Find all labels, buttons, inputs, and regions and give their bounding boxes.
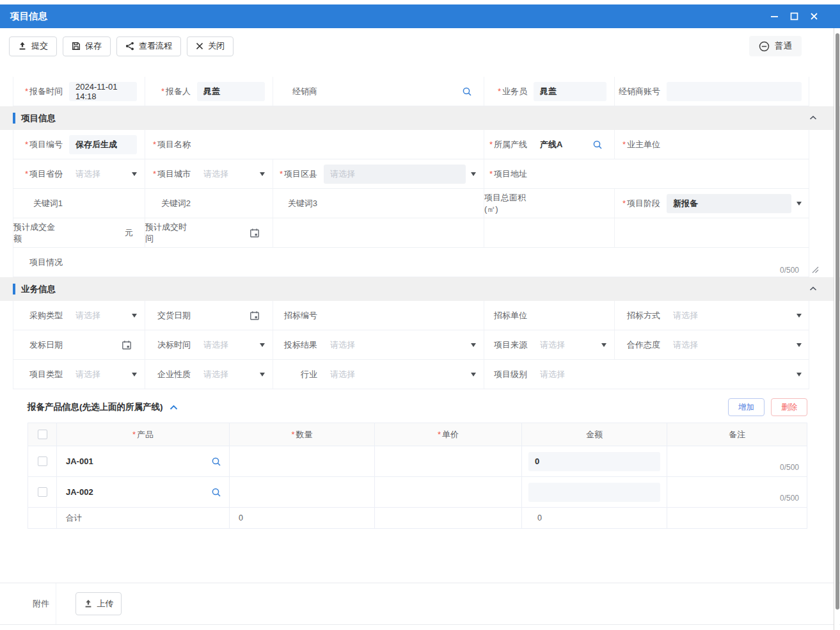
project-level-select[interactable]: 请选择 [534, 365, 802, 384]
note-field[interactable]: 0/500 [667, 446, 807, 477]
search-icon[interactable] [592, 140, 603, 150]
form-row-project-1: 项目编号 保存后生成 项目名称 所属产线 产线A 业主单位 [13, 130, 809, 159]
submit-button[interactable]: 提交 [9, 36, 57, 56]
maximize-icon[interactable] [790, 12, 798, 20]
delete-product-button[interactable]: 删除 [771, 398, 807, 416]
collapse-chevron-icon[interactable] [809, 115, 817, 120]
stage-select[interactable]: 新报备 [667, 194, 802, 213]
enterprise-nature-select[interactable]: 请选择 [197, 365, 265, 384]
calendar-icon[interactable] [122, 340, 132, 350]
col-qty: 数量 [230, 423, 375, 446]
bid-unit-field[interactable] [534, 306, 606, 325]
close-window-button[interactable]: 关闭 [187, 36, 234, 56]
product-row-2: JA-002 0/500 [28, 477, 807, 508]
expected-time-field[interactable] [197, 223, 265, 243]
district-label: 项目区县 [273, 159, 324, 188]
keyword3-field[interactable] [324, 194, 476, 213]
row-checkbox[interactable] [38, 456, 47, 466]
save-button[interactable]: 保存 [63, 36, 111, 56]
x-icon [196, 42, 203, 50]
situation-label: 项目情况 [13, 248, 69, 277]
collapse-chevron-icon[interactable] [809, 286, 817, 291]
spacer [273, 218, 324, 247]
award-time-label: 决标时间 [145, 330, 197, 359]
project-level-label: 项目级别 [484, 360, 534, 389]
cooperation-select[interactable]: 请选择 [667, 335, 802, 355]
keyword2-field[interactable] [197, 194, 265, 213]
resize-grip-icon[interactable] [811, 265, 819, 273]
project-name-field[interactable] [197, 135, 476, 154]
price-field[interactable] [375, 446, 522, 477]
project-source-select[interactable]: 请选择 [534, 335, 606, 355]
dropdown-caret-icon [796, 314, 802, 318]
qty-field[interactable] [230, 477, 375, 508]
form-row-project-3: 关键词1 关键词2 关键词3 项目总面积(㎡) 项目阶段 新报备 [13, 189, 809, 218]
project-type-label: 项目类型 [13, 360, 69, 389]
product-field[interactable]: JA-002 [57, 477, 230, 508]
owner-unit-field[interactable] [667, 135, 802, 154]
form-row-business-3: 项目类型 请选择 企业性质 请选择 行业 请选择 项目级别 请选择 [13, 360, 809, 389]
province-select[interactable]: 请选择 [69, 165, 137, 184]
empty-cell [667, 223, 802, 243]
bid-method-label: 招标方式 [614, 301, 667, 330]
section-business-info: 业务信息 [0, 277, 840, 301]
keyword1-field[interactable] [69, 194, 137, 213]
scrollbar-thumb[interactable] [836, 33, 839, 610]
empty-cell [324, 223, 476, 243]
qty-field[interactable] [230, 446, 375, 477]
product-line-field[interactable]: 产线A [534, 135, 606, 154]
upload-button[interactable]: 上传 [75, 592, 122, 615]
delivery-date-label: 交货日期 [145, 301, 197, 330]
address-field[interactable] [534, 165, 802, 184]
district-select[interactable]: 请选择 [324, 165, 476, 184]
product-field[interactable]: JA-001 [57, 446, 230, 477]
expected-time-label: 预计成交时间 [145, 218, 197, 247]
issue-date-field[interactable] [69, 335, 137, 355]
row-checkbox[interactable] [38, 487, 47, 497]
project-source-label: 项目来源 [484, 330, 534, 359]
search-icon[interactable] [462, 86, 472, 97]
bid-result-label: 投标结果 [273, 330, 324, 359]
purchase-type-select[interactable]: 请选择 [69, 306, 137, 325]
calendar-icon[interactable] [250, 228, 260, 238]
add-product-button[interactable]: 增加 [728, 398, 765, 416]
priority-mode-button[interactable]: 普通 [749, 36, 802, 56]
collapse-chevron-icon[interactable] [170, 405, 178, 410]
award-time-select[interactable]: 请选择 [197, 335, 265, 355]
close-icon[interactable] [810, 12, 818, 20]
bid-method-select[interactable]: 请选择 [667, 306, 802, 325]
products-section-header: 报备产品信息(先选上面的所属产线) 增加 删除 [28, 398, 807, 416]
total-label: 合计 [57, 508, 230, 529]
dealer-field[interactable] [324, 82, 476, 101]
expected-amount-field[interactable]: 元 [69, 223, 137, 243]
city-select[interactable]: 请选择 [197, 165, 265, 184]
situation-textarea[interactable]: 0/500 [69, 248, 802, 277]
dropdown-caret-icon [132, 172, 137, 176]
dealer-account-field[interactable] [667, 82, 802, 101]
dropdown-caret-icon [796, 343, 802, 347]
note-field[interactable]: 0/500 [667, 477, 807, 508]
window-titlebar: 项目信息 [0, 4, 840, 28]
dropdown-caret-icon [260, 373, 265, 376]
reporter-field: 晁盖 [197, 82, 265, 101]
search-icon[interactable] [211, 487, 221, 497]
view-flow-button[interactable]: 查看流程 [116, 36, 181, 56]
calendar-icon[interactable] [250, 311, 260, 321]
report-time-field: 2024-11-01 14:18 [69, 82, 137, 101]
keyword2-label: 关键词2 [145, 189, 197, 218]
minimize-icon[interactable] [770, 12, 779, 20]
vertical-scrollbar[interactable] [834, 28, 839, 630]
bid-result-select[interactable]: 请选择 [324, 335, 476, 355]
product-line-label: 所属产线 [484, 130, 534, 159]
search-icon[interactable] [211, 456, 221, 467]
price-field[interactable] [375, 477, 522, 508]
project-type-select[interactable]: 请选择 [69, 365, 137, 384]
bid-no-field[interactable] [324, 306, 476, 325]
select-all-checkbox[interactable] [38, 430, 47, 439]
products-table: 产品 数量 单价 金额 备注 JA-001 0 0/500 JA-002 0/5… [28, 423, 807, 529]
total-area-field[interactable] [534, 194, 606, 213]
delivery-date-field[interactable] [197, 306, 265, 325]
issue-date-label: 发标日期 [13, 330, 69, 359]
industry-select[interactable]: 请选择 [324, 365, 476, 384]
col-note: 备注 [667, 423, 807, 446]
